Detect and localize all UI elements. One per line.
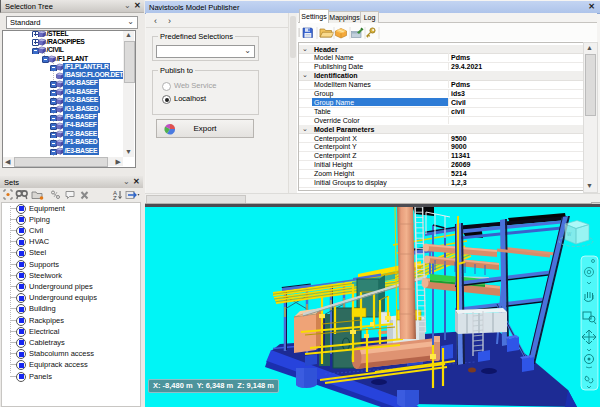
svg-text:Z: Z: [113, 195, 117, 201]
